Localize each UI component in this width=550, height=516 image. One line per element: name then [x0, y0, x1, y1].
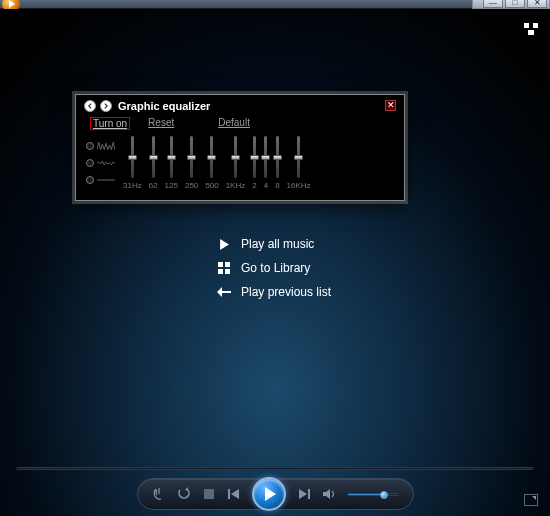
- preset-option[interactable]: [86, 157, 115, 169]
- eq-slider[interactable]: [210, 136, 213, 178]
- switch-to-library-icon[interactable]: [524, 23, 538, 35]
- eq-slider[interactable]: [264, 136, 267, 178]
- eq-band-label: 500: [205, 181, 218, 190]
- eq-band-label: 4: [264, 181, 268, 190]
- graphic-equalizer-panel: Graphic equalizer ✕ Turn on Reset Defaul…: [75, 94, 405, 201]
- eq-band: 4: [264, 136, 268, 190]
- equalizer-sliders: 31Hz621252505001KHz24816KHz: [123, 136, 311, 190]
- now-playing-stage: Graphic equalizer ✕ Turn on Reset Defaul…: [0, 9, 550, 516]
- maximize-button[interactable]: □: [505, 0, 525, 8]
- equalizer-link-row: Turn on Reset Default: [84, 115, 396, 134]
- preset-option[interactable]: [86, 174, 115, 186]
- eq-band: 31Hz: [123, 136, 142, 190]
- eq-band: 500: [205, 136, 218, 190]
- eq-slider[interactable]: [234, 136, 237, 178]
- library-icon: [217, 262, 231, 274]
- seek-bar[interactable]: [16, 467, 534, 472]
- eq-slider[interactable]: [297, 136, 300, 178]
- eq-band: 1KHz: [226, 136, 246, 190]
- volume-slider[interactable]: [347, 493, 399, 496]
- equalizer-presets: [86, 136, 115, 190]
- svg-rect-5: [228, 489, 230, 499]
- go-to-library-item[interactable]: Go to Library: [217, 261, 331, 275]
- eq-slider[interactable]: [276, 136, 279, 178]
- radio-icon: [86, 159, 94, 167]
- eq-band-label: 62: [149, 181, 158, 190]
- transport-bar: [0, 478, 550, 510]
- eq-band: 8: [275, 136, 279, 190]
- play-pause-button[interactable]: [252, 477, 286, 511]
- play-previous-list-item[interactable]: Play previous list: [217, 285, 331, 299]
- equalizer-header: Graphic equalizer ✕: [84, 100, 396, 112]
- eq-band-label: 8: [275, 181, 279, 190]
- equalizer-reset-link[interactable]: Reset: [148, 117, 174, 130]
- preset-option[interactable]: [86, 140, 115, 152]
- play-all-music-item[interactable]: Play all music: [217, 237, 331, 251]
- eq-band: 125: [165, 136, 178, 190]
- svg-rect-0: [218, 262, 223, 267]
- eq-slider[interactable]: [170, 136, 173, 178]
- eq-band-label: 31Hz: [123, 181, 142, 190]
- eq-band-label: 2: [252, 181, 256, 190]
- equalizer-next-button[interactable]: [100, 100, 112, 112]
- eq-slider[interactable]: [131, 136, 134, 178]
- window-close-button[interactable]: ✕: [527, 0, 547, 8]
- equalizer-default-link[interactable]: Default: [218, 117, 250, 130]
- equalizer-prev-button[interactable]: [84, 100, 96, 112]
- stop-button[interactable]: [202, 487, 216, 501]
- previous-track-button[interactable]: [227, 487, 241, 501]
- shuffle-repeat-button[interactable]: [177, 487, 191, 501]
- eq-band: 62: [149, 136, 158, 190]
- minimize-button[interactable]: —: [483, 0, 503, 8]
- eq-band-label: 1KHz: [226, 181, 246, 190]
- svg-rect-2: [218, 269, 223, 274]
- eq-band-label: 16KHz: [287, 181, 311, 190]
- window-titlebar: — □ ✕: [0, 0, 550, 9]
- enhancements-button[interactable]: [152, 487, 166, 501]
- preset-wave-icon: [97, 174, 115, 186]
- eq-band-label: 250: [185, 181, 198, 190]
- play-icon: [217, 239, 231, 250]
- radio-icon: [86, 176, 94, 184]
- svg-rect-4: [204, 489, 214, 499]
- eq-slider[interactable]: [152, 136, 155, 178]
- preset-wave-icon: [97, 157, 115, 169]
- menu-label: Play all music: [241, 237, 314, 251]
- svg-rect-1: [225, 262, 230, 267]
- menu-label: Play previous list: [241, 285, 331, 299]
- window-controls: — □ ✕: [472, 0, 550, 9]
- eq-slider[interactable]: [190, 136, 193, 178]
- preset-wave-icon: [97, 140, 115, 152]
- eq-band: 250: [185, 136, 198, 190]
- center-menu: Play all music Go to Library Play previo…: [217, 237, 331, 299]
- fullscreen-button[interactable]: [524, 494, 538, 506]
- svg-rect-3: [225, 269, 230, 274]
- eq-slider[interactable]: [253, 136, 256, 178]
- equalizer-close-button[interactable]: ✕: [385, 100, 396, 111]
- radio-icon: [86, 142, 94, 150]
- back-arrow-icon: [217, 287, 231, 297]
- next-track-button[interactable]: [297, 487, 311, 501]
- eq-band-label: 125: [165, 181, 178, 190]
- eq-band: 16KHz: [287, 136, 311, 190]
- eq-band: 2: [252, 136, 256, 190]
- svg-rect-6: [308, 489, 310, 499]
- equalizer-turn-on-link[interactable]: Turn on: [90, 117, 130, 130]
- equalizer-title: Graphic equalizer: [118, 100, 210, 112]
- mute-button[interactable]: [322, 487, 336, 501]
- menu-label: Go to Library: [241, 261, 310, 275]
